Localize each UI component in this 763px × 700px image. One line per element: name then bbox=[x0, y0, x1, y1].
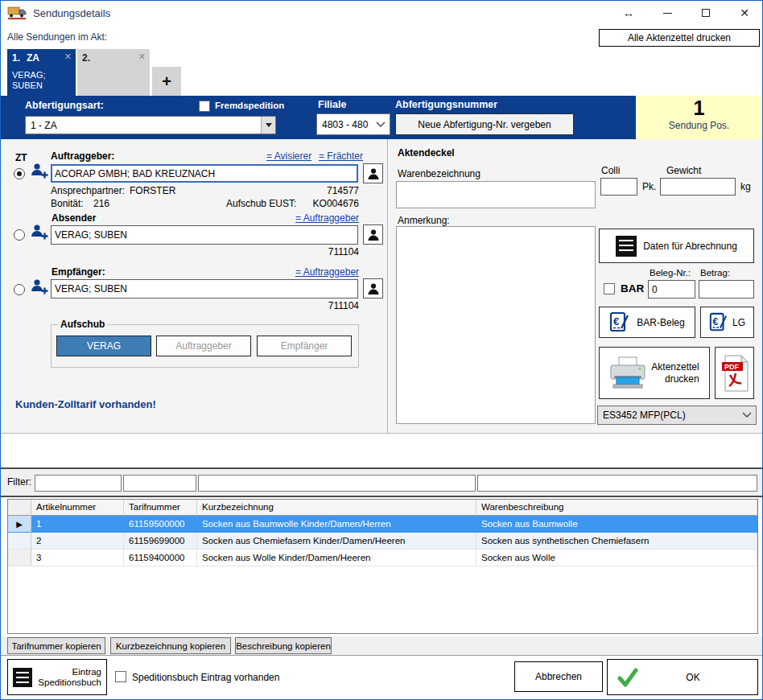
abfertigungsart-select[interactable]: 1 - ZA bbox=[25, 116, 276, 134]
neue-abfertigungsnummer-button[interactable]: Neue Abfertigung-Nr. vergeben bbox=[395, 113, 574, 135]
cell-warenbeschreibung[interactable]: Socken aus Baumwolle bbox=[476, 516, 757, 533]
gewicht-input[interactable] bbox=[660, 178, 736, 196]
empfaenger-add-person-icon[interactable] bbox=[30, 278, 49, 295]
add-shipment-tab-button[interactable]: + bbox=[152, 67, 181, 96]
cell-warenbeschreibung[interactable]: Socken aus synthetischen Chemiefasern bbox=[476, 533, 757, 550]
empfaenger-label: Empfänger: bbox=[52, 266, 105, 278]
absender-add-person-icon[interactable] bbox=[30, 223, 49, 241]
tab1-close-icon[interactable]: ✕ bbox=[64, 51, 72, 62]
auftraggeber-lookup-button[interactable] bbox=[363, 163, 383, 183]
filiale-select[interactable]: 4803 - 480 bbox=[316, 113, 390, 135]
copy-beschreibung-button[interactable]: Beschreibung kopieren bbox=[235, 637, 332, 654]
fraechter-link[interactable]: = Frächter bbox=[319, 150, 363, 162]
column-header-artikelnummer[interactable]: Artikelnummer bbox=[31, 500, 124, 516]
filter-label: Filter: bbox=[7, 476, 31, 488]
list-icon bbox=[616, 236, 637, 257]
selected-row-arrow-icon: ▶ bbox=[16, 520, 23, 529]
colli-input[interactable] bbox=[600, 178, 637, 196]
copy-tarifnummer-button[interactable]: Tarifnummer kopieren bbox=[7, 637, 105, 654]
lg-button[interactable]: € LG bbox=[700, 307, 754, 338]
filter-artikelnummer-input[interactable] bbox=[35, 475, 122, 492]
maximize-button[interactable] bbox=[699, 6, 712, 19]
betrag-label: Betrag: bbox=[700, 268, 730, 278]
speditionsbuch-vorhanden-label: Speditionsbuch Eintrag vorhanden bbox=[132, 672, 279, 683]
auftraggeber-add-person-icon[interactable] bbox=[30, 162, 49, 179]
cell-artikelnummer[interactable]: 2 bbox=[31, 533, 124, 550]
ok-button[interactable]: OK bbox=[607, 659, 758, 695]
articles-grid-panel: Filter: Artikelnummer Tarifnummer Kurzbe… bbox=[1, 467, 762, 636]
filter-tarifnummer-input[interactable] bbox=[123, 475, 196, 492]
print-all-aktenzettel-button[interactable]: Alle Aktenzettel drucken bbox=[599, 29, 760, 47]
abbrechen-button[interactable]: Abbrechen bbox=[514, 661, 603, 692]
cell-kurzbezeichnung[interactable]: Socken aus Wolle Kinder/Damen/Heeren bbox=[197, 550, 476, 566]
aufschub-verag-button[interactable]: VERAG bbox=[56, 336, 151, 356]
printer-select[interactable]: ES3452 MFP(PCL) bbox=[597, 406, 757, 425]
anmerkung-textarea[interactable] bbox=[396, 226, 596, 424]
filter-row: Filter: bbox=[1, 469, 762, 497]
printer-icon bbox=[609, 356, 646, 390]
lg-label: LG bbox=[732, 317, 745, 328]
cell-warenbeschreibung[interactable]: Socken aus Wolle bbox=[476, 550, 757, 566]
column-header-tarifnummer[interactable]: Tarifnummer bbox=[124, 500, 197, 516]
column-header-kurzbezeichnung[interactable]: Kurzbezeichnung bbox=[197, 500, 476, 516]
cell-artikelnummer[interactable]: 1 bbox=[31, 516, 124, 533]
svg-text:€: € bbox=[613, 315, 619, 327]
filter-kurzbezeichnung-input[interactable] bbox=[198, 475, 476, 492]
tab1-line2: VERAG; bbox=[12, 70, 71, 80]
abrechnung-button-label: Daten für Abrechnung bbox=[643, 241, 737, 252]
table-empty-area bbox=[8, 566, 757, 633]
empfaenger-input[interactable] bbox=[51, 279, 358, 299]
dispatch-bar: Abfertigungsart: 1 - ZA Fremdspedition F… bbox=[1, 96, 762, 139]
minimize-button[interactable] bbox=[661, 6, 674, 19]
printer-chevron-down-icon bbox=[742, 412, 752, 418]
empfaenger-auftraggeber-link[interactable]: = Auftraggeber bbox=[295, 266, 359, 278]
resize-icon[interactable]: ↔ bbox=[622, 6, 635, 19]
bar-beleg-button[interactable]: € BAR-Beleg bbox=[599, 307, 695, 338]
filter-warenbeschreibung-input[interactable] bbox=[477, 475, 757, 492]
auftraggeber-number: 714577 bbox=[287, 185, 359, 196]
absender-lookup-button[interactable] bbox=[363, 224, 383, 245]
person-icon bbox=[367, 167, 380, 180]
ok-button-label: OK bbox=[638, 672, 748, 683]
close-button[interactable]: ✕ bbox=[738, 6, 751, 19]
empfaenger-lookup-button[interactable] bbox=[363, 278, 383, 299]
window-title: Sendungsdetails bbox=[33, 7, 110, 19]
empfaenger-radio[interactable] bbox=[14, 284, 25, 295]
absender-radio[interactable] bbox=[14, 229, 25, 241]
list-icon bbox=[13, 668, 32, 687]
cell-artikelnummer[interactable]: 3 bbox=[31, 550, 124, 566]
column-header-warenbeschreibung[interactable]: Warenbeschreibung bbox=[476, 500, 757, 516]
auftraggeber-input[interactable] bbox=[51, 164, 358, 183]
avisierer-link[interactable]: = Avisierer bbox=[266, 150, 311, 162]
aktenzettel-drucken-button[interactable]: Aktenzettel drucken bbox=[599, 347, 710, 399]
auftraggeber-radio[interactable] bbox=[14, 168, 25, 179]
abfertigungsart-dropdown-icon[interactable] bbox=[261, 117, 275, 134]
beleg-nr-input[interactable] bbox=[648, 280, 695, 299]
tab-shipment-1[interactable]: 1.ZA ✕ VERAG; SUBEN bbox=[7, 49, 76, 96]
speditionsbuch-vorhanden-checkbox[interactable] bbox=[115, 671, 126, 682]
cell-tarifnummer[interactable]: 61159500000 bbox=[124, 516, 197, 533]
beleg-nr-label: Beleg-Nr.: bbox=[650, 268, 691, 278]
warenbezeichnung-input[interactable] bbox=[396, 181, 596, 208]
empfaenger-number: 711104 bbox=[287, 300, 359, 311]
eintrag-speditionsbuch-button[interactable]: Eintrag Speditionsbuch bbox=[7, 659, 107, 695]
warenbezeichnung-label: Warenbezeichnung bbox=[398, 168, 480, 179]
bar-label: BAR bbox=[621, 282, 644, 294]
absender-input[interactable] bbox=[51, 225, 358, 245]
cell-kurzbezeichnung[interactable]: Socken aus Baumwolle Kinder/Damen/Herren bbox=[197, 516, 476, 533]
bar-checkbox[interactable] bbox=[604, 283, 615, 294]
betrag-input[interactable] bbox=[699, 280, 754, 299]
copy-kurzbezeichnung-button[interactable]: Kurzbezeichnung kopieren bbox=[110, 637, 231, 654]
cell-kurzbezeichnung[interactable]: Socken aus Chemiefasern Kinder/Damen/Hee… bbox=[197, 533, 476, 550]
pdf-export-button[interactable]: PDF bbox=[715, 347, 754, 399]
cell-tarifnummer[interactable]: 61159400000 bbox=[124, 550, 197, 566]
tab-shipment-2[interactable]: 2. ✕ bbox=[77, 49, 150, 96]
absender-auftraggeber-link[interactable]: = Auftraggeber bbox=[295, 212, 359, 224]
tab1-number: 1. bbox=[12, 52, 20, 64]
daten-fuer-abrechnung-button[interactable]: Daten für Abrechnung bbox=[599, 229, 754, 263]
fremdspedition-checkbox[interactable] bbox=[199, 101, 210, 112]
tab2-close-icon[interactable]: ✕ bbox=[138, 51, 146, 62]
aufschub-auftraggeber-button[interactable]: Auftraggeber bbox=[156, 336, 251, 356]
aufschub-empfaenger-button[interactable]: Empfänger bbox=[257, 336, 352, 356]
cell-tarifnummer[interactable]: 61159699000 bbox=[124, 533, 197, 550]
